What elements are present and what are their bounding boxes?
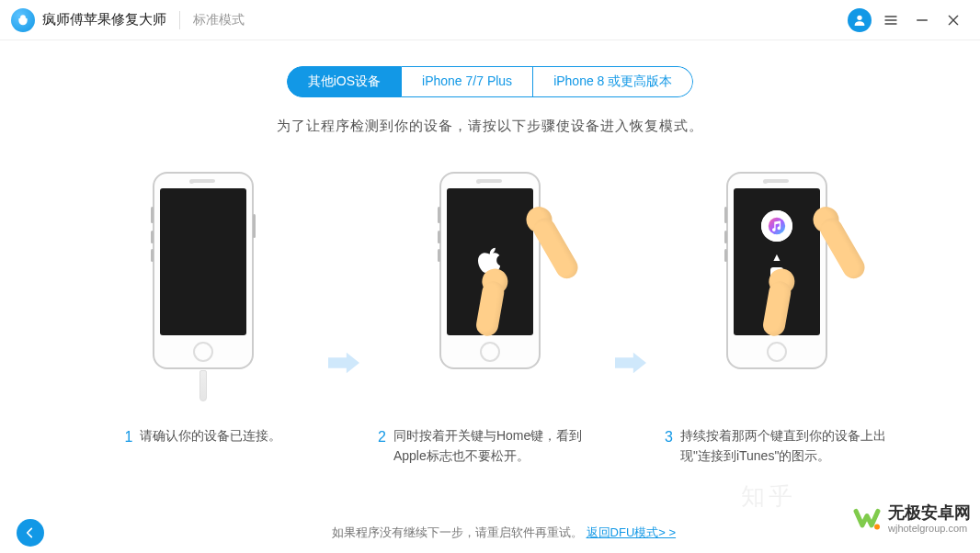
arrow-right-icon: [615, 352, 652, 378]
step-number: 1: [125, 425, 133, 449]
app-logo-icon: [11, 8, 35, 32]
footer-hint: 如果程序没有继续下一步，请重启软件再重试。: [332, 525, 583, 539]
svg-point-2: [769, 217, 785, 233]
svg-point-3: [874, 525, 880, 530]
svg-point-0: [857, 15, 861, 19]
phone-illustration-3: ▲: [726, 172, 827, 369]
zhihu-watermark: 知乎: [741, 480, 796, 513]
titlebar: 疯师傅苹果修复大师 标准模式: [0, 0, 980, 40]
steps-row: 1 请确认你的设备已连接。: [0, 172, 980, 467]
close-button[interactable]: [938, 5, 969, 36]
watermark-logo-icon: [851, 503, 883, 535]
tab-iphone7[interactable]: iPhone 7/7 Plus: [402, 66, 533, 97]
step-2: 2 同时按着开关键与Home键，看到Apple标志也不要松开。: [370, 172, 610, 467]
step-description: 同时按着开关键与Home键，看到Apple标志也不要松开。: [393, 425, 602, 467]
menu-button[interactable]: [875, 5, 906, 36]
step-number: 3: [665, 425, 673, 467]
app-title: 疯师傅苹果修复大师: [42, 11, 166, 28]
site-watermark: 无极安卓网 wjhotelgroup.com: [851, 503, 971, 535]
step-1: 1 请确认你的设备已连接。: [84, 172, 323, 449]
step-description: 持续按着那两个键直到你的设备上出现"连接到iTunes"的图示。: [680, 425, 889, 467]
separator: [179, 11, 180, 29]
content-area: 其他iOS设备 iPhone 7/7 Plus iPhone 8 或更高版本 为…: [0, 40, 980, 467]
arrow-right-icon: [328, 352, 365, 378]
step-3: ▲ 3 持续按着那两个键直到你的设备上出现"连接到iTunes"的图示。: [657, 172, 896, 467]
minimize-button[interactable]: [906, 5, 938, 36]
apple-logo-icon: [477, 244, 503, 279]
back-button[interactable]: [17, 519, 44, 547]
watermark-title: 无极安卓网: [888, 504, 971, 523]
dfu-mode-link[interactable]: 返回DFU模式> >: [587, 525, 677, 539]
instruction-text: 为了让程序检测到你的设备，请按以下步骤使设备进入恢复模式。: [277, 118, 703, 135]
watermark-subtitle: wjhotelgroup.com: [888, 523, 971, 534]
itunes-icon: [761, 210, 792, 242]
phone-illustration-2: [439, 172, 541, 369]
phone-illustration-1: [153, 172, 254, 369]
step-number: 2: [378, 425, 386, 467]
mode-label: 标准模式: [193, 12, 245, 28]
tab-iphone8plus[interactable]: iPhone 8 或更高版本: [533, 66, 693, 97]
usb-cable-icon: [199, 370, 207, 401]
device-tabs: 其他iOS设备 iPhone 7/7 Plus iPhone 8 或更高版本: [287, 66, 694, 97]
footer: 如果程序没有继续下一步，请重启软件再重试。 返回DFU模式> >: [0, 513, 980, 553]
tab-other-ios[interactable]: 其他iOS设备: [287, 66, 402, 97]
step-description: 请确认你的设备已连接。: [140, 425, 281, 449]
user-icon: [848, 8, 872, 32]
user-account-button[interactable]: [844, 5, 875, 36]
connect-cable-icon: ▲: [770, 251, 783, 314]
